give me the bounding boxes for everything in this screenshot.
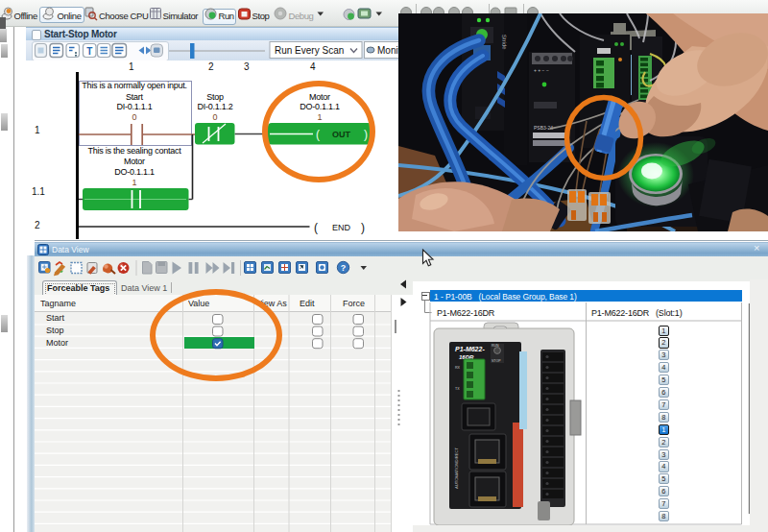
- svg-text:Monito: Monito: [377, 45, 400, 56]
- svg-text:T: T: [86, 46, 92, 57]
- svg-text:+ + − −: + + − −: [534, 67, 549, 73]
- svg-text:PSB3-24: PSB3-24: [534, 125, 553, 131]
- svg-text:TX: TX: [455, 387, 460, 391]
- svg-text:AUTOMATIONDIRECT: AUTOMATIONDIRECT: [454, 447, 459, 489]
- svg-text:Run Every Scan: Run Every Scan: [275, 45, 344, 56]
- svg-text:?: ?: [341, 263, 347, 273]
- svg-text:RX: RX: [455, 366, 461, 370]
- svg-text:Stride: Stride: [501, 35, 508, 51]
- svg-text:P1-M622-: P1-M622-: [455, 346, 485, 352]
- svg-text:(: (: [314, 221, 318, 234]
- svg-text:STOP: STOP: [492, 359, 501, 363]
- svg-text:): ): [361, 221, 365, 234]
- svg-text:END: END: [332, 223, 351, 232]
- svg-text:RUN: RUN: [492, 344, 499, 348]
